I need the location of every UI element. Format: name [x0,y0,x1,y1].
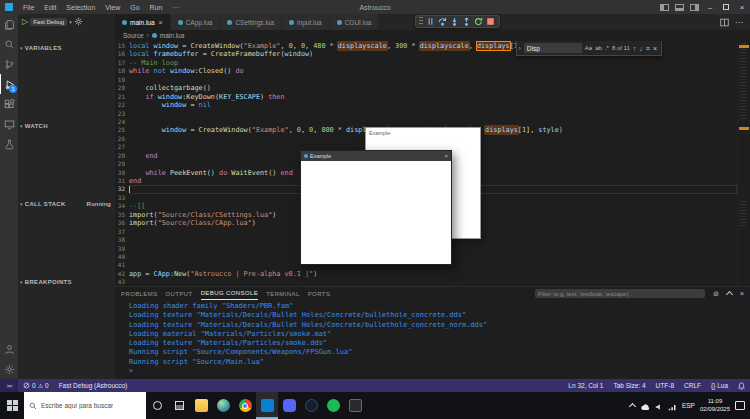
line-number[interactable]: 33 [115,194,129,202]
toggle-sidebar-icon[interactable] [660,4,669,11]
line-number[interactable]: 21 [115,93,129,101]
cloud-icon[interactable] [640,397,650,415]
clear-console-icon[interactable]: ⊘ [713,290,719,298]
menu-run[interactable]: Run [145,0,168,14]
panel-tab-terminal[interactable]: TERMINAL [266,287,300,300]
unity-taskbar-icon[interactable] [344,392,366,419]
menu-edit[interactable]: Edit [39,0,61,14]
step-out-icon[interactable] [461,16,472,27]
menu-view[interactable]: View [100,0,125,14]
activity-search-icon[interactable] [0,34,18,54]
console-filter-input[interactable] [535,289,705,298]
discord-taskbar-icon[interactable] [278,392,300,419]
match-case-icon[interactable]: Aa [585,45,592,51]
activity-extensions-icon[interactable] [0,94,18,114]
line-number[interactable]: 19 [115,76,129,84]
line-number[interactable]: 17 [115,59,129,67]
line-content[interactable]: if window:KeyDown(KEY_ESCAPE) then [129,93,737,101]
taskbar-search[interactable]: Escribe aquí para buscar [24,392,146,419]
code-editor[interactable]: 15local window = CreateWindow("Example",… [115,41,750,286]
status-tab[interactable]: Tab Size: 4 [608,379,650,392]
steam-taskbar-icon[interactable] [300,392,322,419]
whole-word-icon[interactable]: ab [595,45,602,51]
line-number[interactable]: 27 [115,143,129,151]
spotify-taskbar-icon[interactable] [322,392,344,419]
section-header[interactable]: ▾VARIABLES [18,42,115,53]
line-number[interactable]: 26 [115,135,129,143]
maximize-panel-icon[interactable] [727,290,732,297]
tab-main.lua[interactable]: main.lua× [115,14,171,30]
vscode-taskbar-icon[interactable] [256,392,278,419]
pause-icon[interactable] [425,16,436,27]
network-icon[interactable] [668,397,677,415]
status-crlf[interactable]: CRLF [679,379,706,392]
line-number[interactable]: 40 [115,253,129,261]
toggle-panel-icon[interactable] [675,4,684,11]
close-find-icon[interactable]: × [653,45,657,52]
status-ln[interactable]: Ln 32, Col 1 [563,379,608,392]
line-number[interactable]: 38 [115,236,129,244]
line-number[interactable]: 35 [115,211,129,219]
menu-selection[interactable]: Selection [61,0,100,14]
line-number[interactable]: 16 [115,50,129,58]
panel-tab-ports[interactable]: PORTS [308,287,331,300]
app-window-titlebar[interactable]: Example × [301,151,451,161]
close-tab-icon[interactable]: × [159,19,163,26]
menu-file[interactable]: File [18,0,39,14]
file-explorer-taskbar-icon[interactable] [190,392,212,419]
toggle-secondary-sidebar-icon[interactable] [690,4,699,11]
line-number[interactable]: 39 [115,245,129,253]
line-number[interactable]: 32 [115,185,129,193]
start-debug-button[interactable]: ▷ [22,18,28,26]
app-window-title[interactable]: Example [366,128,480,137]
menu-go[interactable]: Go [125,0,144,14]
chrome-taskbar-icon[interactable] [234,392,256,419]
next-match-icon[interactable]: ↓ [639,45,643,52]
language-indicator[interactable]: ESP [682,402,695,409]
activity-explorer-icon[interactable] [0,14,18,34]
line-number[interactable]: 25 [115,126,129,134]
editor-more-actions-icon[interactable]: ⋯ [735,18,743,27]
edge-taskbar-icon[interactable] [212,392,234,419]
notification-center-icon[interactable] [735,401,745,410]
line-number[interactable]: 41 [115,261,129,269]
activity-testing-icon[interactable] [0,134,18,154]
panel-tab-output[interactable]: OUTPUT [166,287,193,300]
tab-CSettings.lua[interactable]: CSettings.lua [220,14,282,30]
close-panel-icon[interactable]: × [740,290,744,297]
status-[interactable]: {} Lua [706,379,733,392]
line-number[interactable]: 37 [115,228,129,236]
line-number[interactable]: 29 [115,160,129,168]
regex-icon[interactable]: .* [605,45,609,51]
panel-tab-problems[interactable]: PROBLEMS [121,287,158,300]
settings-icon[interactable] [0,359,18,379]
line-number[interactable]: 24 [115,118,129,126]
app-window-example-front[interactable]: Example × [300,150,452,265]
minimize-button[interactable]: – [702,0,718,14]
breadcrumb-item[interactable]: main.lua [160,32,185,39]
stop-icon[interactable] [485,16,496,27]
line-number[interactable]: 22 [115,101,129,109]
line-number[interactable]: 18 [115,67,129,75]
start-button[interactable] [0,392,24,419]
line-content[interactable]: collectgarbage() [129,84,737,92]
line-number[interactable]: 28 [115,152,129,160]
tab-CGUI.lua[interactable]: CGUI.lua [330,14,380,30]
tab-input.lua[interactable]: input.lua [282,14,330,30]
gear-icon[interactable] [74,17,83,27]
panel-tab-debug-console[interactable]: DEBUG CONSOLE [201,287,259,300]
clock[interactable]: 11:09 02/09/2025 [700,398,730,413]
activity-source-control-icon[interactable] [0,54,18,74]
line-content[interactable]: window = nil [129,101,737,109]
console-prompt[interactable]: > [129,367,750,376]
tab-CApp.lua[interactable]: CApp.lua [171,14,221,30]
line-content[interactable] [129,278,737,286]
step-over-icon[interactable] [437,16,448,27]
notifications-bell-icon[interactable] [733,379,750,392]
step-into-icon[interactable] [449,16,460,27]
debug-console-output[interactable]: Loading shader family "Shaders/PBR.fam"L… [115,300,750,379]
task-view-icon[interactable] [168,392,190,419]
cortana-icon[interactable] [146,392,168,419]
menu-[interactable]: ··· [167,0,184,14]
find-in-selection-icon[interactable]: ≡ [646,45,650,52]
